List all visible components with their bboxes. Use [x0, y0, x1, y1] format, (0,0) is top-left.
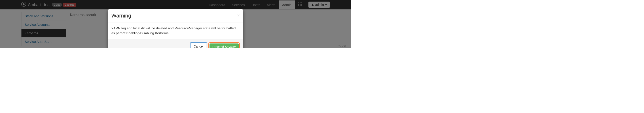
modal-footer: Cancel Proceed Anyway [108, 39, 243, 48]
modal-header: Warning x [108, 9, 243, 22]
proceed-highlight-box: Proceed Anyway [208, 42, 240, 48]
modal-body: YARN log and local dir will be deleted a… [108, 22, 243, 39]
close-icon[interactable]: x [237, 13, 240, 18]
cancel-button[interactable]: Cancel [191, 43, 206, 48]
proceed-anyway-button[interactable]: Proceed Anyway [210, 44, 238, 48]
cancel-highlight-box: Cancel [190, 42, 207, 48]
modal-title: Warning [111, 13, 131, 19]
warning-modal: Warning x YARN log and local dir will be… [108, 9, 243, 48]
